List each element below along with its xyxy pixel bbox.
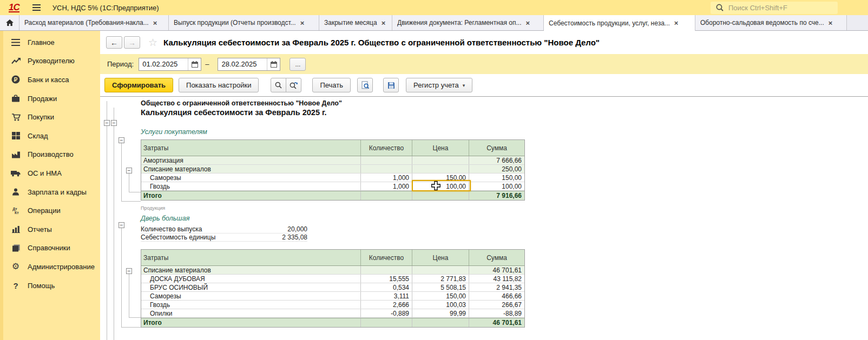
collapse-group-button[interactable]: − bbox=[104, 120, 110, 126]
period-more-button[interactable]: ... bbox=[290, 58, 306, 71]
find-next-button[interactable] bbox=[286, 78, 301, 92]
cell-price[interactable]: 100,03 bbox=[412, 301, 469, 309]
sidebar-item-proizvodstvo[interactable]: Производство bbox=[0, 145, 100, 164]
close-icon[interactable]: × bbox=[153, 19, 157, 27]
cell-qty[interactable]: 3,111 bbox=[361, 292, 412, 300]
forward-button[interactable]: → bbox=[124, 36, 140, 49]
cell-sum[interactable]: 7 666,66 bbox=[469, 156, 524, 164]
cell-qty[interactable]: 1,000 bbox=[361, 182, 412, 190]
preview-button[interactable] bbox=[357, 78, 373, 92]
show-settings-button[interactable]: Показать настройки bbox=[179, 78, 259, 92]
cell-qty[interactable]: 0,534 bbox=[361, 283, 412, 291]
collapse-group-button[interactable]: − bbox=[126, 168, 132, 174]
sidebar-item-pomosch[interactable]: ? Помощь bbox=[0, 276, 100, 295]
global-search[interactable] bbox=[711, 2, 838, 14]
period-from-field[interactable] bbox=[139, 58, 201, 71]
tab-vypusk-produkcii[interactable]: Выпуск продукции (Отчеты производст... × bbox=[169, 15, 319, 30]
sidebar-item-operacii[interactable]: Дт Кт Операции bbox=[0, 201, 100, 220]
generate-button[interactable]: Сформировать bbox=[104, 78, 173, 92]
collapse-group-button[interactable]: − bbox=[119, 137, 124, 143]
sidebar-item-glavnoe[interactable]: Главное bbox=[0, 33, 100, 52]
tab-osv[interactable]: Оборотно-сальдовая ведомость по сче... × bbox=[695, 15, 847, 30]
cell-sum[interactable]: 150,00 bbox=[469, 174, 524, 182]
cell-name[interactable]: Гвоздь bbox=[141, 301, 361, 309]
close-icon[interactable]: × bbox=[526, 19, 530, 27]
cell-name[interactable]: Саморезы bbox=[141, 292, 361, 300]
cell-name[interactable]: Списание материалов bbox=[141, 165, 361, 173]
cell-name[interactable]: Гвоздь bbox=[141, 182, 361, 190]
sidebar-item-bank-i-kassa[interactable]: Р Банк и касса bbox=[0, 70, 100, 89]
close-icon[interactable]: × bbox=[674, 19, 679, 27]
cell-price[interactable] bbox=[412, 318, 469, 327]
cell-qty[interactable] bbox=[361, 318, 412, 327]
sidebar-item-sklad[interactable]: Склад bbox=[0, 126, 100, 145]
cell-price[interactable]: 2 771,83 bbox=[412, 275, 469, 283]
cell-qty[interactable] bbox=[361, 165, 412, 173]
print-button[interactable]: Печать bbox=[312, 78, 351, 92]
cell-name[interactable]: БРУС ОСИНОВЫЙ bbox=[141, 283, 361, 291]
cell-qty[interactable]: -0,889 bbox=[361, 309, 412, 317]
cell-sum[interactable]: 43 115,82 bbox=[469, 275, 524, 283]
cell-name[interactable]: Опилки bbox=[141, 309, 361, 317]
collapse-group-button[interactable]: − bbox=[111, 120, 117, 126]
cell-sum[interactable]: 2 941,35 bbox=[469, 283, 524, 291]
cell-qty[interactable] bbox=[361, 191, 412, 200]
cell-sum[interactable]: 100,00 bbox=[469, 182, 524, 190]
sidebar-item-otchety[interactable]: Отчеты bbox=[0, 220, 100, 239]
cell-sum[interactable]: 466,66 bbox=[469, 292, 524, 300]
back-button[interactable]: ← bbox=[106, 36, 122, 49]
close-icon[interactable]: × bbox=[382, 19, 386, 27]
cell-sum[interactable]: 7 916,66 bbox=[469, 191, 524, 200]
period-to-field[interactable] bbox=[218, 58, 280, 71]
cell-qty[interactable]: 15,555 bbox=[361, 275, 412, 283]
cell-name[interactable]: Итого bbox=[141, 318, 361, 327]
tab-home[interactable] bbox=[0, 15, 19, 30]
period-from-input[interactable] bbox=[139, 59, 188, 69]
cell-name[interactable]: Амортизация bbox=[141, 156, 361, 164]
cell-price[interactable] bbox=[412, 165, 469, 173]
cell-sum[interactable]: 266,67 bbox=[469, 301, 524, 309]
cell-qty[interactable] bbox=[361, 156, 412, 164]
cell-price[interactable] bbox=[412, 266, 469, 274]
calendar-icon[interactable] bbox=[188, 58, 201, 70]
cell-price[interactable] bbox=[412, 156, 469, 164]
sidebar-item-rukovoditelyu[interactable]: Руководителю bbox=[0, 52, 100, 71]
main-menu-icon[interactable] bbox=[32, 4, 41, 11]
find-button[interactable] bbox=[271, 78, 286, 92]
cell-price[interactable]: 99,99 bbox=[412, 309, 469, 317]
tab-sebestoimost[interactable]: Себестоимость продукции, услуг, неза... … bbox=[544, 15, 695, 31]
close-icon[interactable]: × bbox=[828, 19, 833, 27]
sidebar-item-prodazhi[interactable]: Продажи bbox=[0, 89, 100, 108]
tab-dvizheniya-dokumenta[interactable]: Движения документа: Регламентная оп... × bbox=[392, 15, 544, 30]
register-button[interactable]: Регистр учета ▾ bbox=[406, 78, 472, 92]
sidebar-item-administrirovanie[interactable]: ⚙ Администрирование bbox=[0, 257, 100, 276]
stat-value[interactable]: 2 335,08 bbox=[282, 234, 307, 241]
cell-name[interactable]: Итого bbox=[141, 191, 361, 200]
cell-price[interactable]: 5 508,15 bbox=[412, 283, 469, 291]
calendar-icon[interactable] bbox=[267, 58, 280, 70]
tab-zakrytie-mesyaca[interactable]: Закрытие месяца × bbox=[319, 15, 392, 30]
search-input[interactable] bbox=[727, 3, 832, 12]
cell-sum[interactable]: -88,89 bbox=[469, 309, 524, 317]
cell-sum[interactable]: 46 701,61 bbox=[469, 266, 524, 274]
cell-price[interactable]: 150,00 bbox=[412, 292, 469, 300]
favorite-star-icon[interactable]: ☆ bbox=[148, 36, 157, 49]
save-button[interactable] bbox=[383, 78, 399, 92]
tab-rasxod-materialov[interactable]: Расход материалов (Требования-накла... × bbox=[19, 15, 169, 30]
sidebar-item-zarplata-i-kadry[interactable]: Зарплата и кадры bbox=[0, 183, 100, 202]
sidebar-item-os-i-nma[interactable]: ОС и НМА bbox=[0, 164, 100, 183]
cell-price[interactable] bbox=[412, 191, 469, 200]
collapse-group-button[interactable]: − bbox=[119, 222, 124, 228]
sidebar-item-pokupki[interactable]: Покупки bbox=[0, 108, 100, 126]
cell-name[interactable]: Саморезы bbox=[141, 174, 361, 182]
sidebar-item-spravochniki[interactable]: Справочники bbox=[0, 239, 100, 258]
cell-qty[interactable]: 2,666 bbox=[361, 301, 412, 309]
cell-qty[interactable]: 1,000 bbox=[361, 174, 412, 182]
close-icon[interactable]: × bbox=[300, 19, 305, 27]
cell-sum[interactable]: 250,00 bbox=[469, 165, 524, 173]
collapse-group-button[interactable]: − bbox=[126, 268, 132, 274]
cell-qty[interactable] bbox=[361, 266, 412, 274]
stat-value[interactable]: 20,000 bbox=[287, 225, 307, 233]
cell-name[interactable]: ДОСКА ДУБОВАЯ bbox=[141, 275, 361, 283]
period-to-input[interactable] bbox=[218, 59, 267, 69]
